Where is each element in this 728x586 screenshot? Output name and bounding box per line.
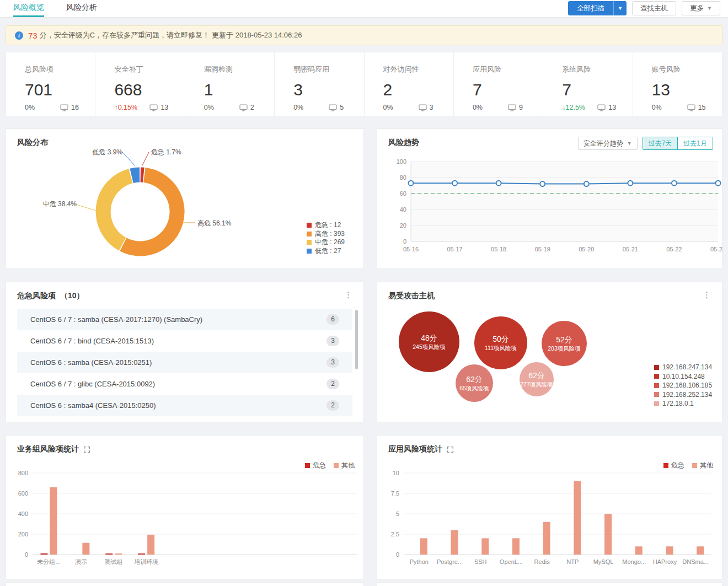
risk-list-item[interactable]: CentOS 6 / 7 : glibc (CESA-2015:0092)2	[17, 373, 352, 395]
monitor-icon	[149, 104, 158, 111]
risk-count-badge: 6	[326, 314, 339, 324]
monitor-icon	[687, 104, 695, 111]
app-chart-legend: 危急其他	[663, 461, 713, 470]
chart-legend-item[interactable]: 危急	[663, 461, 684, 470]
card-group-risk-stats: 业务组风险项统计 危急其他 0200400600800未分组...演示测试组培训…	[6, 435, 364, 579]
monitor-icon	[508, 104, 516, 111]
host-legend-item[interactable]: 10.10.154.248	[654, 372, 712, 381]
risk-list-item[interactable]: CentOS 6 : samba (CESA-2015:0251)3	[17, 352, 352, 373]
host-legend-item[interactable]: 192.168.106.185	[654, 381, 712, 390]
y-tick-label: 800	[18, 470, 28, 476]
monitor-icon	[419, 104, 427, 111]
x-tick-label: Postgre...	[437, 558, 463, 565]
card-edge	[377, 582, 722, 586]
card-vulnerable-hosts: 易受攻击主机 ⋮ 48分245项风险项50分111项风险项52分203项风险项6…	[377, 282, 722, 422]
group-chart-legend: 危急其他	[305, 461, 355, 470]
stat-delta: 0%	[25, 104, 60, 111]
host-legend-item[interactable]: 192.168.247.134	[654, 363, 712, 372]
stat-host-count: 15	[687, 104, 706, 111]
legend-label: 192.168.247.134	[662, 363, 712, 371]
host-count: 13	[160, 104, 168, 111]
chart-legend-item[interactable]: 其他	[334, 461, 355, 470]
stat-label: 漏洞检测	[204, 64, 274, 74]
donut-slice-低危[interactable]	[132, 175, 140, 176]
donut-slice-高危[interactable]	[123, 175, 177, 249]
stat-value: 13	[652, 82, 722, 98]
expand-icon[interactable]	[447, 446, 454, 453]
legend-label: 危急	[313, 461, 326, 470]
legend-swatch	[654, 365, 659, 370]
callout-line	[74, 204, 96, 211]
host-legend-item[interactable]: 192.168.252.134	[654, 390, 712, 400]
bar-其他	[115, 553, 122, 555]
host-bubble[interactable]: 52分203项风险项	[542, 321, 587, 366]
scan-all-split-button[interactable]: 全部扫描 ▼	[568, 1, 627, 15]
trend-metric-select[interactable]: 安全评分趋势▼	[578, 137, 638, 150]
alert-updated: 更新于 2018-05-23 14:06:26	[212, 30, 302, 40]
risk-list-item[interactable]: CentOS 6 : samba4 (CESA-2015:0250)2	[17, 395, 352, 416]
donut-slice-中危[interactable]	[103, 176, 131, 244]
bubble-score: 52分	[556, 335, 572, 345]
x-tick-label: 05-17	[447, 246, 463, 252]
host-bubble[interactable]: 62分277项风险项	[520, 362, 554, 396]
stat-cell: 对外访问性20%3	[364, 52, 453, 116]
monitor-icon	[329, 104, 337, 111]
bubble-count: 203项风险项	[548, 345, 581, 352]
kebab-menu-icon[interactable]: ⋮	[700, 289, 713, 300]
tab-risk-overview[interactable]: 风险概览	[13, 0, 44, 17]
x-tick-label: 未分组...	[37, 558, 60, 565]
expand-icon[interactable]	[83, 446, 90, 453]
host-legend-item[interactable]: 172.18.0.1	[654, 399, 712, 408]
host-bubble[interactable]: 62分65项风险项	[456, 364, 493, 402]
monitor-icon	[597, 104, 606, 111]
donut-legend-item[interactable]: 危急 : 12	[307, 221, 345, 230]
bar-危急	[105, 553, 113, 555]
hosts-legend: 192.168.247.13410.10.154.248192.168.106.…	[654, 363, 712, 408]
list-scrollbar[interactable]	[355, 310, 358, 369]
stat-label: 弱密码应用	[293, 64, 363, 74]
host-bubble[interactable]: 50分111项风险项	[474, 316, 527, 369]
stat-value: 7	[562, 82, 632, 98]
host-bubble[interactable]: 48分245项风险项	[399, 311, 459, 372]
risk-list-item[interactable]: CentOS 6 / 7 : bind (CESA-2015:1513)3	[17, 330, 352, 352]
x-tick-label: MySQL	[593, 558, 614, 565]
x-tick-label: Mongo...	[622, 558, 646, 565]
data-point	[584, 181, 589, 186]
find-host-button[interactable]: 查找主机	[632, 1, 676, 15]
donut-callout-label: 危急 1.7%	[151, 148, 181, 157]
donut-legend-item[interactable]: 低危 : 27	[307, 247, 345, 256]
host-count: 3	[430, 104, 433, 111]
alert-score: 73	[28, 31, 38, 40]
risk-list-item[interactable]: CentOS 6 / 7 : samba (CESA-2017:1270) (S…	[17, 309, 352, 330]
score-alert-banner: i 73 分，安全评级为C，存在较多严重问题，请立即修复！ 更新于 2018-0…	[6, 25, 722, 45]
chart-legend-item[interactable]: 危急	[305, 461, 326, 470]
x-tick-label: 培训环境	[134, 558, 158, 565]
x-tick-label: HAProxy	[653, 558, 677, 565]
more-button[interactable]: 更多▼	[682, 1, 720, 15]
kebab-menu-icon[interactable]: ⋮	[342, 289, 355, 300]
scan-all-button[interactable]: 全部扫描	[568, 1, 613, 15]
trend-controls: 安全评分趋势▼ 过去7天过去1月	[578, 137, 713, 150]
risk-count-badge: 2	[326, 379, 339, 389]
range-toggle-1m[interactable]: 过去1月	[677, 137, 713, 149]
x-tick-label: 05-22	[666, 246, 682, 252]
donut-legend-item[interactable]: 中危 : 269	[307, 238, 345, 247]
risk-name: CentOS 6 / 7 : samba (CESA-2017:1270) (S…	[30, 315, 202, 324]
risk-name: CentOS 6 : samba4 (CESA-2015:0250)	[30, 401, 156, 410]
risk-name: CentOS 6 / 7 : bind (CESA-2015:1513)	[30, 337, 154, 345]
donut-legend-item[interactable]: 高危 : 393	[307, 230, 345, 239]
donut-legend: 危急 : 12高危 : 393中危 : 269低危 : 27	[307, 221, 345, 255]
scan-all-dropdown[interactable]: ▼	[613, 1, 627, 15]
card-risk-distribution: 风险分布 危急 1.7%高危 56.1%中危 38.4%低危 3.9% 危急 :…	[6, 128, 364, 269]
card-risk-trend: 风险趋势 安全评分趋势▼ 过去7天过去1月 02040608010005-160…	[377, 128, 722, 269]
x-tick-label: 05-21	[623, 246, 638, 252]
header-bar: 风险概览风险分析 全部扫描 ▼ 查找主机 更多▼	[0, 0, 728, 18]
tab-risk-analysis[interactable]: 风险分析	[66, 0, 97, 17]
legend-swatch	[307, 223, 312, 228]
range-toggle-7d[interactable]: 过去7天	[643, 137, 678, 149]
bar-危急	[40, 553, 47, 555]
x-tick-label: DNSma...	[682, 558, 709, 565]
chart-legend-item[interactable]: 其他	[692, 461, 713, 470]
stat-host-count: 3	[419, 104, 433, 111]
monitor-icon	[239, 104, 248, 111]
